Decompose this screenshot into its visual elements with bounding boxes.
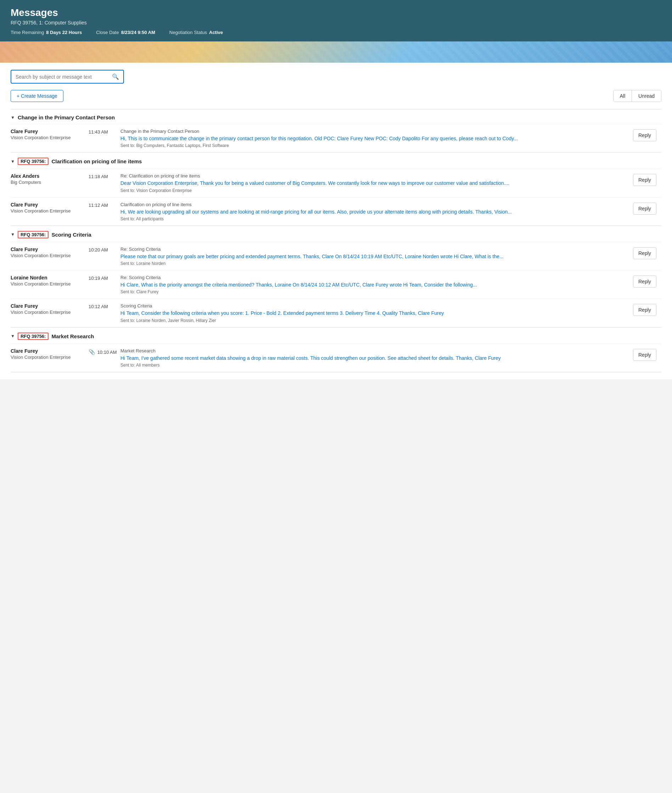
message-preview: Hi Clare, What is the priority amongst t…: [120, 281, 626, 288]
reply-col: Reply: [633, 173, 661, 186]
message-time: 10:19 AM: [88, 275, 120, 281]
reply-button[interactable]: Reply: [633, 247, 656, 259]
reply-button[interactable]: Reply: [633, 349, 656, 361]
rfq-badge-4: RFQ 39756:: [18, 333, 49, 340]
thread-header-4[interactable]: ▼ RFQ 39756: Market Research: [11, 328, 661, 344]
sender-col: Clare Furey Vision Corporation Enterpris…: [11, 246, 88, 258]
reply-col: Reply: [633, 202, 661, 215]
message-sent-to: Sent to: Loraine Norden: [120, 261, 626, 266]
reply-button[interactable]: Reply: [633, 203, 656, 215]
sender-org: Big Computers: [11, 179, 88, 185]
sender-col: Alex Anders Big Computers: [11, 173, 88, 185]
message-time: 11:12 AM: [88, 202, 120, 208]
thread-title-3: Scoring Criteria: [51, 232, 91, 238]
message-preview: Hi, This is to communicate the change in…: [120, 135, 626, 142]
chevron-icon-2: ▼: [11, 159, 15, 164]
message-time: 10:20 AM: [88, 246, 120, 253]
filter-unread-button[interactable]: Unread: [632, 90, 661, 102]
header-meta: Time Remaining 8 Days 22 Hours Close Dat…: [11, 30, 661, 35]
chevron-icon-1: ▼: [11, 115, 15, 120]
thread-title-2: Clarification on pricing of line items: [51, 158, 142, 164]
message-preview: Hi Team, I've gathered some recent marke…: [120, 355, 626, 361]
attachment-icon: 📎: [88, 349, 95, 355]
thread-group-1: ▼ Change in the Primary Contact Person C…: [11, 109, 661, 152]
sender-org: Vision Corporation Enterprise: [11, 310, 88, 315]
thread-header-2[interactable]: ▼ RFQ 39756: Clarification on pricing of…: [11, 153, 661, 169]
message-row: Loraine Norden Vision Corporation Enterp…: [11, 270, 661, 299]
sender-name: Clare Furey: [11, 202, 88, 208]
reply-col: Reply: [633, 348, 661, 361]
message-row: Clare Furey Vision Corporation Enterpris…: [11, 299, 661, 327]
message-subject: Change in the Primary Contact Person: [120, 129, 626, 134]
sender-name: Clare Furey: [11, 129, 88, 134]
message-content: Re: Scoring Criteria Please note that ou…: [120, 246, 633, 266]
chevron-icon-3: ▼: [11, 232, 15, 237]
thread-title-4: Market Research: [51, 333, 94, 339]
message-row: Clare Furey Vision Corporation Enterpris…: [11, 124, 661, 152]
meta-close-date: Close Date 8/23/24 9:50 AM: [96, 30, 155, 35]
filter-buttons: All Unread: [613, 90, 661, 102]
banner-image: [0, 42, 672, 63]
sender-name: Clare Furey: [11, 303, 88, 309]
sender-org: Vision Corporation Enterprise: [11, 355, 88, 360]
search-input[interactable]: [16, 74, 112, 80]
message-row: Clare Furey Vision Corporation Enterpris…: [11, 197, 661, 225]
rfq-badge-3: RFQ 39756:: [18, 231, 49, 238]
message-sent-to: Sent to: Clare Furey: [120, 289, 626, 294]
rfq-badge-2: RFQ 39756:: [18, 158, 49, 165]
message-subject: Re: Scoring Criteria: [120, 275, 626, 280]
thread-group-3: ▼ RFQ 39756: Scoring Criteria Clare Fure…: [11, 225, 661, 327]
sender-col: Clare Furey Vision Corporation Enterpris…: [11, 202, 88, 214]
reply-col: Reply: [633, 275, 661, 288]
message-subject: Market Research: [120, 348, 626, 353]
message-content: Market Research Hi Team, I've gathered s…: [120, 348, 633, 368]
message-preview: Hi, We are looking upgrading all our sys…: [120, 208, 626, 215]
message-time: 📎 10:10 AM: [88, 348, 120, 355]
sender-col: Loraine Norden Vision Corporation Enterp…: [11, 275, 88, 286]
thread-header-3[interactable]: ▼ RFQ 39756: Scoring Criteria: [11, 226, 661, 242]
meta-negotiation-status: Negotiation Status Active: [169, 30, 223, 35]
meta-time-remaining: Time Remaining 8 Days 22 Hours: [11, 30, 82, 35]
message-subject: Scoring Criteria: [120, 303, 626, 309]
create-message-button[interactable]: + Create Message: [11, 90, 63, 102]
message-content: Re: Clarification on pricing of line ite…: [120, 173, 633, 193]
message-row: Clare Furey Vision Corporation Enterpris…: [11, 242, 661, 270]
thread-title-1: Change in the Primary Contact Person: [18, 114, 115, 120]
sender-col: Clare Furey Vision Corporation Enterpris…: [11, 129, 88, 140]
thread-group-2: ▼ RFQ 39756: Clarification on pricing of…: [11, 152, 661, 225]
message-row: Alex Anders Big Computers 11:18 AM Re: C…: [11, 169, 661, 197]
message-time: 11:43 AM: [88, 129, 120, 134]
message-sent-to: Sent to: Loraine Norden, Javier Rossin, …: [120, 318, 626, 323]
sender-org: Vision Corporation Enterprise: [11, 281, 88, 286]
reply-button[interactable]: Reply: [633, 129, 656, 141]
message-subject: Re: Clarification on pricing of line ite…: [120, 173, 626, 179]
message-sent-to: Sent to: Vision Corporation Enterprise: [120, 188, 626, 193]
message-sent-to: Sent to: All members: [120, 363, 626, 368]
thread-group-4: ▼ RFQ 39756: Market Research Clare Furey…: [11, 327, 661, 372]
page-subtitle: RFQ 39756, 1: Computer Supplies: [11, 20, 661, 26]
sender-name: Clare Furey: [11, 348, 88, 354]
message-time: 11:18 AM: [88, 173, 120, 179]
sender-org: Vision Corporation Enterprise: [11, 208, 88, 214]
search-bar[interactable]: 🔍: [11, 70, 124, 83]
reply-col: Reply: [633, 129, 661, 141]
reply-button[interactable]: Reply: [633, 304, 656, 316]
reply-button[interactable]: Reply: [633, 174, 656, 186]
message-content: Clarification on pricing of line items H…: [120, 202, 633, 221]
message-sent-to: Sent to: Big Computers, Fantastic Laptop…: [120, 143, 626, 148]
sender-org: Vision Corporation Enterprise: [11, 253, 88, 258]
sender-col: Clare Furey Vision Corporation Enterpris…: [11, 348, 88, 360]
sender-name: Loraine Norden: [11, 275, 88, 280]
message-preview: Please note that our primary goals are b…: [120, 253, 626, 260]
sender-org: Vision Corporation Enterprise: [11, 135, 88, 140]
thread-header-1[interactable]: ▼ Change in the Primary Contact Person: [11, 109, 661, 124]
message-content: Scoring Criteria Hi Team, Consider the f…: [120, 303, 633, 323]
message-subject: Re: Scoring Criteria: [120, 246, 626, 252]
message-row: Clare Furey Vision Corporation Enterpris…: [11, 344, 661, 372]
message-preview: Hi Team, Consider the following criteria…: [120, 310, 626, 317]
message-preview: Dear Vision Corporation Enterprise, Than…: [120, 179, 626, 187]
sender-name: Alex Anders: [11, 173, 88, 179]
filter-all-button[interactable]: All: [614, 90, 632, 102]
reply-button[interactable]: Reply: [633, 275, 656, 288]
create-message-label: + Create Message: [17, 93, 58, 99]
